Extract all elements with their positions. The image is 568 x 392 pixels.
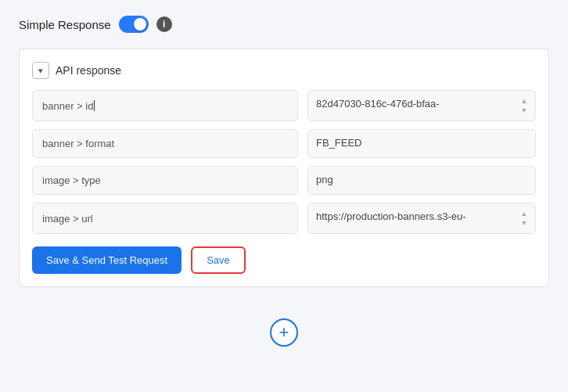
api-response-section: ▾ API response banner > id 82d47030-816c…: [19, 49, 549, 287]
banner-id-value: 82d47030-816c-476d-bfaa-: [316, 97, 521, 111]
collapse-chevron-icon[interactable]: ▾: [32, 62, 49, 79]
save-and-send-button[interactable]: Save & Send Test Request: [32, 246, 182, 274]
info-icon[interactable]: i: [156, 16, 172, 32]
scroll-up-icon[interactable]: ▲: [521, 97, 527, 105]
field-row-banner-id: banner > id 82d47030-816c-476d-bfaa- ▲ ▼: [32, 90, 536, 121]
bottom-area: +: [19, 303, 549, 347]
field-left-image-url: image > url: [32, 203, 298, 234]
field-left-banner-id: banner > id: [32, 90, 298, 121]
add-button[interactable]: +: [270, 318, 298, 347]
buttons-row: Save & Send Test Request Save: [32, 246, 536, 274]
page-container: Simple Response i ▾ API response banner …: [0, 0, 568, 392]
field-row-image-type: image > type png: [32, 166, 536, 195]
banner-format-value: FB_FEED: [316, 136, 527, 150]
field-right-banner-format[interactable]: FB_FEED: [307, 129, 536, 158]
field-row-image-url: image > url https://production-banners.s…: [32, 203, 536, 234]
scroll-down-url-icon[interactable]: ▼: [521, 219, 527, 227]
field-right-image-url[interactable]: https://production-banners.s3-eu- ▲ ▼: [307, 203, 536, 234]
field-left-image-type: image > type: [32, 166, 298, 195]
simple-response-label: Simple Response: [19, 18, 111, 31]
field-right-image-type[interactable]: png: [307, 166, 536, 195]
image-type-value: png: [316, 173, 527, 187]
field-right-banner-id[interactable]: 82d47030-816c-476d-bfaa- ▲ ▼: [307, 90, 536, 121]
scroll-up-url-icon[interactable]: ▲: [521, 210, 527, 218]
cursor-indicator: [94, 100, 95, 111]
scrollbar-image-url[interactable]: ▲ ▼: [521, 210, 527, 227]
scroll-down-icon[interactable]: ▼: [521, 106, 527, 114]
field-row-banner-format: banner > format FB_FEED: [32, 129, 536, 158]
scrollbar-banner-id[interactable]: ▲ ▼: [521, 97, 527, 114]
field-left-banner-format: banner > format: [32, 129, 298, 158]
save-button[interactable]: Save: [191, 246, 246, 274]
simple-response-toggle[interactable]: [119, 16, 149, 33]
top-bar: Simple Response i: [19, 16, 549, 33]
api-section-title: API response: [56, 64, 121, 77]
api-section-header: ▾ API response: [32, 62, 536, 79]
image-url-value: https://production-banners.s3-eu-: [316, 210, 521, 224]
